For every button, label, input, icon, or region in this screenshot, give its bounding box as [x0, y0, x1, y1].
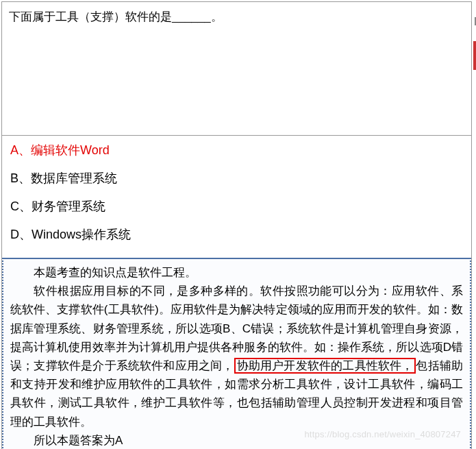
highlight-box: 协助用户开发软件的工具性软件，	[234, 358, 416, 374]
option-a: A、编辑软件Word	[10, 141, 463, 160]
explanation-body: 软件根据应用目标的不同，是多种多样的。软件按照功能可以分为：应用软件、系统软件、…	[10, 282, 463, 431]
option-b: B、数据库管理系统	[10, 169, 463, 188]
option-d-text: D、Windows操作系统	[10, 228, 131, 241]
option-c-text: C、财务管理系统	[10, 199, 105, 213]
option-c: C、财务管理系统	[10, 197, 463, 216]
document-container: 下面属于工具（支撑）软件的是______。 A、编辑软件Word B、数据库管理…	[1, 1, 472, 449]
option-a-text: A、编辑软件Word	[10, 143, 110, 157]
explanation-line1: 本题考查的知识点是软件工程。	[10, 263, 463, 282]
right-edge-marker	[473, 41, 476, 70]
explanation-answer: 所以本题答案为A	[10, 431, 463, 449]
question-box: 下面属于工具（支撑）软件的是______。	[2, 2, 471, 136]
explanation-box: 本题考查的知识点是软件工程。 软件根据应用目标的不同，是多种多样的。软件按照功能…	[2, 258, 471, 449]
question-stem: 下面属于工具（支撑）软件的是______。	[9, 10, 223, 23]
options-box: A、编辑软件Word B、数据库管理系统 C、财务管理系统 D、Windows操…	[2, 136, 471, 258]
option-b-text: B、数据库管理系统	[10, 171, 117, 185]
option-d: D、Windows操作系统	[10, 226, 463, 244]
